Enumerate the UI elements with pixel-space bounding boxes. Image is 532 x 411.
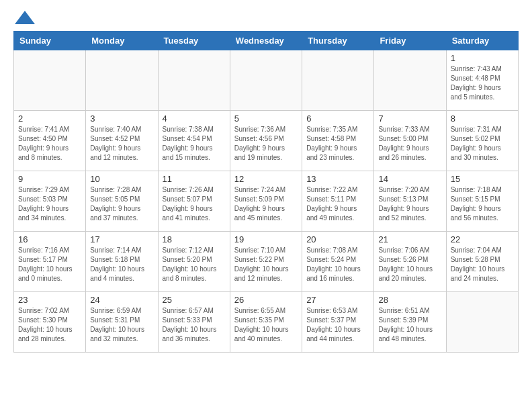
- calendar-week-2: 2Sunrise: 7:41 AM Sunset: 4:50 PM Daylig…: [14, 111, 519, 171]
- day-number: 28: [378, 295, 441, 305]
- day-info: Sunrise: 7:24 AM Sunset: 5:09 PM Dayligh…: [234, 185, 298, 223]
- calendar-header-thursday: Thursday: [302, 32, 374, 50]
- calendar-header-saturday: Saturday: [446, 32, 518, 50]
- calendar-cell: 5Sunrise: 7:36 AM Sunset: 4:56 PM Daylig…: [230, 111, 302, 171]
- day-number: 18: [163, 234, 226, 244]
- calendar-cell: 18Sunrise: 7:12 AM Sunset: 5:20 PM Dayli…: [158, 232, 230, 292]
- day-info: Sunrise: 7:14 AM Sunset: 5:18 PM Dayligh…: [90, 246, 153, 283]
- day-number: 14: [378, 174, 441, 184]
- calendar-cell: [158, 50, 230, 111]
- day-info: Sunrise: 7:12 AM Sunset: 5:20 PM Dayligh…: [163, 246, 226, 283]
- calendar-cell: 10Sunrise: 7:28 AM Sunset: 5:05 PM Dayli…: [86, 171, 158, 232]
- day-info: Sunrise: 7:41 AM Sunset: 4:50 PM Dayligh…: [18, 125, 81, 163]
- calendar-cell: 2Sunrise: 7:41 AM Sunset: 4:50 PM Daylig…: [14, 111, 86, 171]
- calendar-cell: [86, 50, 158, 111]
- calendar-cell: 14Sunrise: 7:20 AM Sunset: 5:13 PM Dayli…: [374, 171, 446, 232]
- day-number: 13: [306, 174, 369, 184]
- page-header: [13, 13, 519, 24]
- calendar-week-3: 9Sunrise: 7:29 AM Sunset: 5:03 PM Daylig…: [14, 171, 519, 232]
- day-number: 25: [163, 295, 226, 305]
- calendar-cell: 19Sunrise: 7:10 AM Sunset: 5:22 PM Dayli…: [230, 232, 302, 292]
- day-number: 9: [18, 174, 81, 184]
- day-number: 10: [90, 174, 153, 184]
- day-number: 24: [90, 295, 153, 305]
- calendar-week-5: 23Sunrise: 7:02 AM Sunset: 5:30 PM Dayli…: [14, 292, 519, 353]
- day-number: 12: [234, 174, 298, 184]
- day-info: Sunrise: 7:43 AM Sunset: 4:48 PM Dayligh…: [451, 64, 514, 102]
- calendar-week-4: 16Sunrise: 7:16 AM Sunset: 5:17 PM Dayli…: [14, 232, 519, 292]
- day-number: 23: [18, 295, 81, 305]
- calendar-cell: 17Sunrise: 7:14 AM Sunset: 5:18 PM Dayli…: [86, 232, 158, 292]
- day-info: Sunrise: 7:26 AM Sunset: 5:07 PM Dayligh…: [163, 185, 226, 223]
- calendar-cell: 8Sunrise: 7:31 AM Sunset: 5:02 PM Daylig…: [446, 111, 518, 171]
- day-info: Sunrise: 7:04 AM Sunset: 5:28 PM Dayligh…: [451, 246, 514, 283]
- calendar-cell: [374, 50, 446, 111]
- day-info: Sunrise: 7:18 AM Sunset: 5:15 PM Dayligh…: [451, 185, 514, 223]
- calendar-week-1: 1Sunrise: 7:43 AM Sunset: 4:48 PM Daylig…: [14, 50, 519, 111]
- day-number: 15: [451, 174, 514, 184]
- day-number: 11: [163, 174, 226, 184]
- day-info: Sunrise: 7:10 AM Sunset: 5:22 PM Dayligh…: [234, 246, 298, 283]
- day-info: Sunrise: 7:06 AM Sunset: 5:26 PM Dayligh…: [378, 246, 441, 283]
- calendar-cell: 15Sunrise: 7:18 AM Sunset: 5:15 PM Dayli…: [446, 171, 518, 232]
- calendar-cell: 28Sunrise: 6:51 AM Sunset: 5:39 PM Dayli…: [374, 292, 446, 353]
- day-info: Sunrise: 6:59 AM Sunset: 5:31 PM Dayligh…: [90, 306, 153, 344]
- calendar-header-monday: Monday: [86, 32, 158, 50]
- calendar-cell: 4Sunrise: 7:38 AM Sunset: 4:54 PM Daylig…: [158, 111, 230, 171]
- day-number: 6: [306, 113, 369, 124]
- calendar-header: SundayMondayTuesdayWednesdayThursdayFrid…: [14, 32, 519, 50]
- day-number: 5: [234, 113, 298, 124]
- day-info: Sunrise: 6:51 AM Sunset: 5:39 PM Dayligh…: [378, 306, 441, 344]
- calendar-header-sunday: Sunday: [14, 32, 86, 50]
- day-number: 4: [163, 113, 226, 124]
- calendar-cell: [14, 50, 86, 111]
- day-info: Sunrise: 7:29 AM Sunset: 5:03 PM Dayligh…: [18, 185, 81, 223]
- calendar-cell: 13Sunrise: 7:22 AM Sunset: 5:11 PM Dayli…: [302, 171, 374, 232]
- calendar-cell: 7Sunrise: 7:33 AM Sunset: 5:00 PM Daylig…: [374, 111, 446, 171]
- day-number: 16: [18, 234, 81, 244]
- calendar-cell: 9Sunrise: 7:29 AM Sunset: 5:03 PM Daylig…: [14, 171, 86, 232]
- calendar-cell: 26Sunrise: 6:55 AM Sunset: 5:35 PM Dayli…: [230, 292, 302, 353]
- calendar-cell: 20Sunrise: 7:08 AM Sunset: 5:24 PM Dayli…: [302, 232, 374, 292]
- day-number: 27: [306, 295, 369, 305]
- calendar-header-friday: Friday: [374, 32, 446, 50]
- day-number: 3: [90, 113, 153, 124]
- day-info: Sunrise: 7:08 AM Sunset: 5:24 PM Dayligh…: [306, 246, 369, 283]
- calendar-cell: 27Sunrise: 6:53 AM Sunset: 5:37 PM Dayli…: [302, 292, 374, 353]
- calendar-cell: 1Sunrise: 7:43 AM Sunset: 4:48 PM Daylig…: [446, 50, 518, 111]
- day-number: 7: [378, 113, 441, 124]
- day-info: Sunrise: 7:20 AM Sunset: 5:13 PM Dayligh…: [378, 185, 441, 223]
- calendar-cell: 3Sunrise: 7:40 AM Sunset: 4:52 PM Daylig…: [86, 111, 158, 171]
- day-info: Sunrise: 7:36 AM Sunset: 4:56 PM Dayligh…: [234, 125, 298, 163]
- calendar-cell: [230, 50, 302, 111]
- calendar-cell: 11Sunrise: 7:26 AM Sunset: 5:07 PM Dayli…: [158, 171, 230, 232]
- day-number: 22: [451, 234, 514, 244]
- calendar-cell: 22Sunrise: 7:04 AM Sunset: 5:28 PM Dayli…: [446, 232, 518, 292]
- day-info: Sunrise: 7:40 AM Sunset: 4:52 PM Dayligh…: [90, 125, 153, 163]
- logo-icon: [15, 11, 35, 24]
- day-number: 26: [234, 295, 298, 305]
- day-info: Sunrise: 6:53 AM Sunset: 5:37 PM Dayligh…: [306, 306, 369, 344]
- calendar-cell: 21Sunrise: 7:06 AM Sunset: 5:26 PM Dayli…: [374, 232, 446, 292]
- day-number: 21: [378, 234, 441, 244]
- calendar-cell: 12Sunrise: 7:24 AM Sunset: 5:09 PM Dayli…: [230, 171, 302, 232]
- day-info: Sunrise: 7:28 AM Sunset: 5:05 PM Dayligh…: [90, 185, 153, 223]
- day-info: Sunrise: 7:38 AM Sunset: 4:54 PM Dayligh…: [163, 125, 226, 163]
- calendar-cell: 25Sunrise: 6:57 AM Sunset: 5:33 PM Dayli…: [158, 292, 230, 353]
- calendar-cell: [302, 50, 374, 111]
- day-info: Sunrise: 7:33 AM Sunset: 5:00 PM Dayligh…: [378, 125, 441, 163]
- day-info: Sunrise: 7:02 AM Sunset: 5:30 PM Dayligh…: [18, 306, 81, 344]
- day-info: Sunrise: 7:35 AM Sunset: 4:58 PM Dayligh…: [306, 125, 369, 163]
- day-info: Sunrise: 7:31 AM Sunset: 5:02 PM Dayligh…: [451, 125, 514, 163]
- calendar-cell: 24Sunrise: 6:59 AM Sunset: 5:31 PM Dayli…: [86, 292, 158, 353]
- day-number: 8: [451, 113, 514, 124]
- calendar-table: SundayMondayTuesdayWednesdayThursdayFrid…: [13, 31, 519, 353]
- day-info: Sunrise: 6:55 AM Sunset: 5:35 PM Dayligh…: [234, 306, 298, 344]
- day-number: 17: [90, 234, 153, 244]
- svg-marker-0: [15, 11, 35, 24]
- calendar-cell: 23Sunrise: 7:02 AM Sunset: 5:30 PM Dayli…: [14, 292, 86, 353]
- day-info: Sunrise: 6:57 AM Sunset: 5:33 PM Dayligh…: [163, 306, 226, 344]
- day-number: 2: [18, 113, 81, 124]
- day-info: Sunrise: 7:16 AM Sunset: 5:17 PM Dayligh…: [18, 246, 81, 283]
- calendar-body: 1Sunrise: 7:43 AM Sunset: 4:48 PM Daylig…: [14, 50, 519, 353]
